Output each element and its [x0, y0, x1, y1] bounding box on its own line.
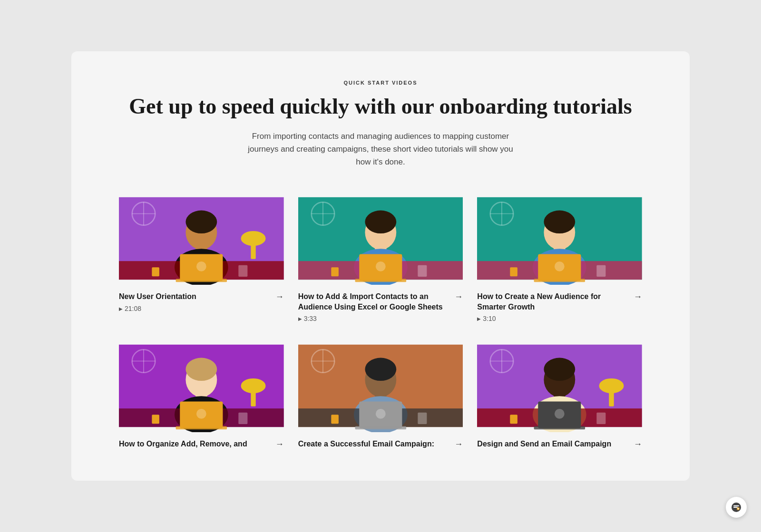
duration-text-2: 3:33	[304, 315, 317, 322]
svg-rect-15	[238, 265, 247, 277]
video-card-4[interactable]: How to Organize Add, Remove, and→	[119, 339, 284, 452]
video-arrow-3[interactable]: →	[634, 292, 642, 302]
svg-rect-58	[152, 415, 159, 424]
widget-icon	[731, 502, 742, 513]
video-title-row-5: Create a Successful Email Campaign:→	[298, 439, 463, 449]
video-card-5[interactable]: Create a Successful Email Campaign:→	[298, 339, 463, 452]
chat-widget[interactable]	[726, 497, 747, 518]
video-arrow-5[interactable]: →	[454, 439, 463, 449]
video-title-row-6: Design and Send an Email Campaign→	[477, 439, 642, 449]
svg-point-21	[365, 211, 396, 234]
video-title-text-2: How to Add & Import Contacts to an Audie…	[298, 291, 451, 312]
video-card-3[interactable]: How to Create a New Audience for Smarter…	[477, 192, 642, 322]
play-icon-1: ▶	[119, 306, 123, 311]
video-title-text-1: New User Orientation	[119, 291, 272, 302]
svg-point-13	[241, 231, 266, 246]
svg-point-71	[376, 409, 386, 419]
video-thumbnail-3	[477, 192, 642, 285]
video-thumbnail-4	[119, 339, 284, 432]
duration-text-3: 3:10	[483, 315, 496, 322]
svg-rect-28	[331, 267, 339, 276]
video-title-text-6: Design and Send an Email Campaign	[477, 439, 630, 449]
video-arrow-6[interactable]: →	[634, 439, 642, 449]
main-container: QUICK START VIDEOS Get up to speed quick…	[71, 51, 690, 481]
svg-point-55	[196, 409, 206, 419]
svg-rect-54	[176, 426, 227, 430]
subtitle: From importing contacts and managing aud…	[247, 130, 514, 169]
video-thumbnail-5	[298, 339, 463, 432]
video-card-2[interactable]: How to Add & Import Contacts to an Audie…	[298, 192, 463, 322]
video-title-text-3: How to Create a New Audience for Smarter…	[477, 291, 630, 312]
play-icon-2: ▶	[298, 316, 302, 321]
svg-point-5	[185, 211, 217, 234]
svg-rect-59	[238, 413, 247, 424]
video-arrow-2[interactable]: →	[454, 292, 463, 302]
svg-rect-10	[176, 279, 227, 282]
play-icon-3: ▶	[477, 316, 481, 321]
video-arrow-4[interactable]: →	[275, 439, 284, 449]
section-label: QUICK START VIDEOS	[119, 80, 642, 86]
svg-point-85	[555, 409, 565, 419]
svg-rect-88	[510, 415, 518, 424]
svg-rect-26	[355, 279, 406, 282]
video-duration-1: ▶ 21:08	[119, 305, 284, 312]
svg-rect-40	[534, 279, 585, 282]
svg-point-79	[544, 358, 576, 381]
svg-point-87	[599, 378, 624, 393]
svg-point-41	[555, 261, 565, 271]
video-duration-2: ▶ 3:33	[298, 315, 463, 322]
duration-text-1: 21:08	[125, 305, 141, 312]
svg-rect-43	[597, 265, 606, 277]
video-thumbnail-1	[119, 192, 284, 285]
svg-rect-14	[152, 267, 159, 276]
video-title-row-4: How to Organize Add, Remove, and→	[119, 439, 284, 449]
video-title-text-4: How to Organize Add, Remove, and	[119, 439, 272, 449]
svg-rect-89	[597, 413, 606, 424]
videos-grid: New User Orientation→▶ 21:08 How to Add …	[119, 192, 642, 452]
video-title-row-1: New User Orientation→	[119, 291, 284, 302]
svg-rect-84	[534, 426, 585, 430]
video-arrow-1[interactable]: →	[275, 292, 284, 302]
video-duration-3: ▶ 3:10	[477, 315, 642, 322]
video-title-row-3: How to Create a New Audience for Smarter…	[477, 291, 642, 312]
svg-rect-72	[331, 415, 339, 424]
svg-rect-70	[355, 426, 406, 430]
video-title-text-5: Create a Successful Email Campaign:	[298, 439, 451, 449]
svg-point-35	[544, 211, 576, 234]
svg-rect-42	[510, 267, 518, 276]
svg-point-65	[365, 358, 396, 381]
video-thumbnail-2	[298, 192, 463, 285]
header-section: QUICK START VIDEOS Get up to speed quick…	[119, 80, 642, 168]
main-title: Get up to speed quickly with our onboard…	[119, 94, 642, 119]
video-card-1[interactable]: New User Orientation→▶ 21:08	[119, 192, 284, 322]
svg-point-11	[196, 261, 206, 271]
svg-point-49	[185, 358, 217, 381]
video-title-row-2: How to Add & Import Contacts to an Audie…	[298, 291, 463, 312]
svg-point-27	[376, 261, 386, 271]
svg-point-57	[241, 378, 266, 393]
svg-rect-73	[418, 413, 427, 424]
svg-rect-29	[418, 265, 427, 277]
video-card-6[interactable]: Design and Send an Email Campaign→	[477, 339, 642, 452]
video-thumbnail-6	[477, 339, 642, 432]
